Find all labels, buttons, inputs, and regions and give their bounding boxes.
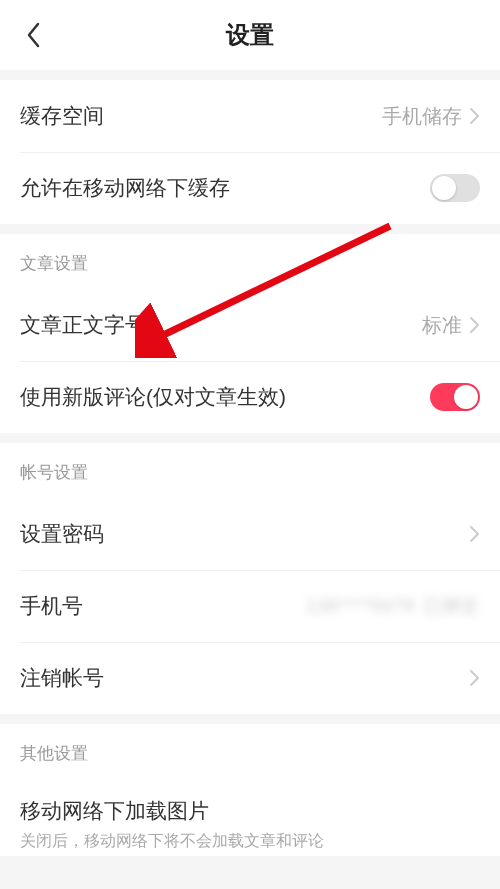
divider — [0, 433, 500, 443]
cache-storage-label: 缓存空间 — [20, 102, 104, 130]
toggle-knob — [432, 176, 456, 200]
phone-label: 手机号 — [20, 592, 83, 620]
set-password-row[interactable]: 设置密码 — [0, 498, 500, 570]
chevron-right-icon — [470, 525, 480, 543]
toggle-knob — [454, 385, 478, 409]
account-section-header: 帐号设置 — [0, 443, 500, 498]
load-image-label: 移动网络下加载图片 — [20, 797, 480, 825]
cache-storage-value: 手机储存 — [382, 103, 462, 130]
chevron-right-icon — [470, 316, 480, 334]
logout-row[interactable]: 注销帐号 — [0, 642, 500, 714]
mobile-cache-row[interactable]: 允许在移动网络下缓存 — [0, 152, 500, 224]
new-comment-row[interactable]: 使用新版评论(仅对文章生效) — [0, 361, 500, 433]
divider — [0, 224, 500, 234]
logout-label: 注销帐号 — [20, 664, 104, 692]
font-size-row[interactable]: 文章正文字号 标准 — [0, 289, 500, 361]
load-image-row[interactable]: 移动网络下加载图片 关闭后，移动网络下将不会加载文章和评论 — [0, 779, 500, 856]
mobile-cache-toggle[interactable] — [430, 174, 480, 202]
phone-masked-2: 已绑定 — [423, 594, 480, 618]
back-button[interactable] — [18, 20, 48, 50]
new-comment-toggle[interactable] — [430, 383, 480, 411]
divider — [0, 714, 500, 724]
font-size-label: 文章正文字号 — [20, 311, 146, 339]
phone-row[interactable]: 手机号 138****5678 已绑定 — [0, 570, 500, 642]
load-image-desc: 关闭后，移动网络下将不会加载文章和评论 — [20, 831, 480, 852]
chevron-left-icon — [26, 22, 41, 48]
other-section-header: 其他设置 — [0, 724, 500, 779]
divider — [0, 70, 500, 80]
cache-storage-row[interactable]: 缓存空间 手机储存 — [0, 80, 500, 152]
chevron-right-icon — [470, 669, 480, 687]
page-title: 设置 — [0, 19, 500, 51]
phone-masked: 138****5678 — [306, 596, 415, 617]
set-password-label: 设置密码 — [20, 520, 104, 548]
font-size-value: 标准 — [422, 312, 462, 339]
chevron-right-icon — [470, 107, 480, 125]
new-comment-label: 使用新版评论(仅对文章生效) — [20, 383, 286, 411]
article-section-header: 文章设置 — [0, 234, 500, 289]
mobile-cache-label: 允许在移动网络下缓存 — [20, 174, 230, 202]
